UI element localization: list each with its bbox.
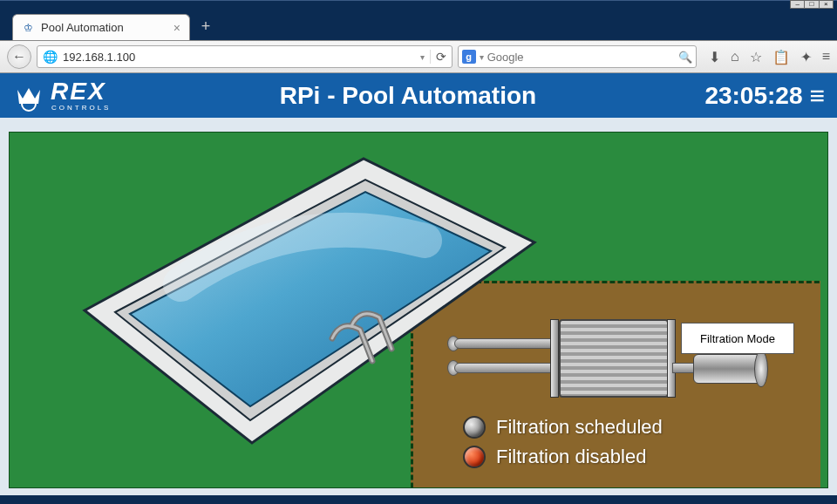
app-viewport: Filtration Mode Filtration scheduled Fil… bbox=[0, 118, 837, 495]
app-header: REX CONTROLS RPi - Pool Automation 23:05… bbox=[0, 73, 837, 118]
address-bar[interactable]: 🌐 ▾ ⟳ bbox=[37, 45, 453, 68]
url-dropdown-icon[interactable]: ▾ bbox=[420, 52, 425, 62]
downloads-icon[interactable]: ⬇ bbox=[709, 49, 720, 65]
clipboard-icon[interactable]: 📋 bbox=[772, 49, 790, 65]
tab-strip: ♔ Pool Automation × + bbox=[0, 9, 837, 40]
back-button[interactable]: ← bbox=[7, 44, 31, 69]
window-minimize-button[interactable]: – bbox=[791, 1, 804, 8]
status-lamp-scheduled-icon bbox=[463, 416, 486, 439]
search-bar[interactable]: g ▾ 🔍 bbox=[458, 45, 697, 68]
browser-toolbar: ← 🌐 ▾ ⟳ g ▾ 🔍 ⬇ ⌂ ☆ 📋 ✦ ≡ bbox=[0, 40, 837, 73]
page-title: RPi - Pool Automation bbox=[111, 82, 704, 110]
clock: 23:05:28 bbox=[704, 82, 802, 110]
search-provider-icon: g bbox=[462, 50, 476, 64]
inlet-pipe bbox=[454, 338, 562, 349]
filter-body bbox=[559, 319, 669, 398]
tab-close-button[interactable]: × bbox=[174, 21, 180, 35]
pump-cap bbox=[754, 351, 768, 387]
url-input[interactable] bbox=[63, 51, 415, 64]
tab-title: Pool Automation bbox=[41, 21, 167, 34]
addons-icon[interactable]: ✦ bbox=[800, 49, 812, 65]
logo-text-main: REX bbox=[51, 79, 111, 104]
pool-scene: Filtration Mode Filtration scheduled Fil… bbox=[9, 132, 828, 488]
app-logo: REX CONTROLS bbox=[12, 79, 111, 112]
pump-motor bbox=[693, 354, 761, 384]
filter-side bbox=[550, 319, 559, 398]
globe-icon: 🌐 bbox=[43, 50, 58, 64]
pool-graphic bbox=[50, 145, 538, 459]
new-tab-button[interactable]: + bbox=[195, 17, 216, 37]
filter-side bbox=[667, 319, 676, 398]
tab-favicon-icon: ♔ bbox=[22, 22, 34, 34]
window-close-button[interactable]: × bbox=[819, 1, 833, 8]
search-icon[interactable]: 🔍 bbox=[678, 51, 692, 64]
window-controls: – □ × bbox=[790, 0, 834, 9]
logo-text-sub: CONTROLS bbox=[51, 105, 111, 112]
legend-label: Filtration scheduled bbox=[496, 416, 663, 439]
reload-button[interactable]: ⟳ bbox=[430, 50, 446, 64]
legend-row-disabled: Filtration disabled bbox=[463, 446, 663, 468]
status-legend: Filtration scheduled Filtration disabled bbox=[463, 416, 663, 468]
home-icon[interactable]: ⌂ bbox=[731, 49, 739, 65]
search-input[interactable] bbox=[487, 51, 675, 64]
browser-menu-icon[interactable]: ≡ bbox=[822, 49, 830, 65]
legend-row-scheduled: Filtration scheduled bbox=[463, 416, 663, 439]
crown-icon bbox=[12, 79, 45, 112]
back-icon: ← bbox=[12, 49, 26, 65]
filtration-mode-button[interactable]: Filtration Mode bbox=[681, 323, 794, 354]
status-lamp-disabled-icon bbox=[463, 446, 486, 468]
browser-tab[interactable]: ♔ Pool Automation × bbox=[12, 14, 190, 40]
bookmarks-icon[interactable]: ☆ bbox=[750, 49, 762, 65]
hamburger-icon: ≡ bbox=[809, 81, 825, 110]
app-menu-button[interactable]: ≡ bbox=[809, 81, 825, 111]
search-provider-dropdown-icon[interactable]: ▾ bbox=[480, 52, 484, 62]
outlet-pipe bbox=[454, 363, 562, 373]
legend-label: Filtration disabled bbox=[496, 446, 646, 468]
window-maximize-button[interactable]: □ bbox=[804, 1, 818, 8]
